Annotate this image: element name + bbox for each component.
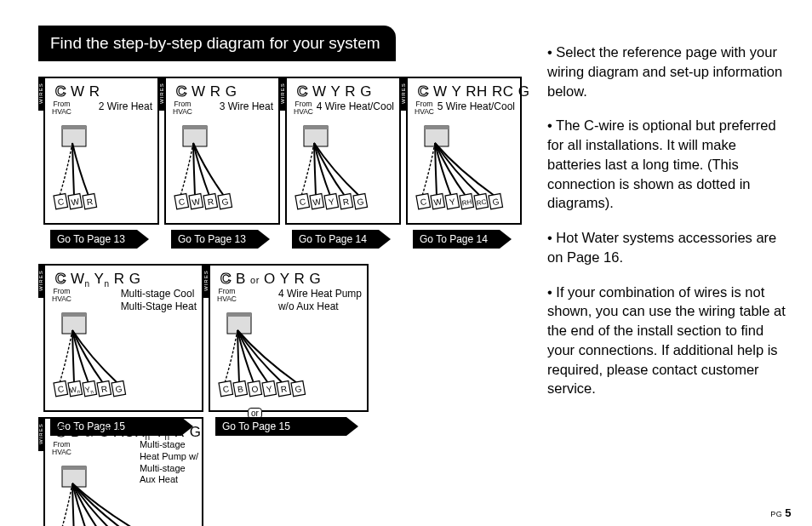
wiring-diagram-card: WIRESC W Y R GFromHVAC4 Wire Heat/CoolCW… <box>285 77 401 225</box>
svg-rect-45 <box>62 313 86 317</box>
from-hvac-label: FromHVAC <box>217 288 237 303</box>
from-hvac-label: FromHVAC <box>52 441 71 456</box>
svg-rect-57 <box>227 313 251 317</box>
terminal-letters: C W R <box>55 83 152 100</box>
svg-rect-1 <box>62 126 86 129</box>
system-description: 3 Wire Heat <box>220 100 273 113</box>
terminal-letters: C Wn Yn R G <box>55 271 197 289</box>
terminal-letters: C B or O Y R G <box>220 271 362 288</box>
goto-page-arrow: Go To Page 15 <box>215 417 346 436</box>
wiring-diagram-card: WIRESC W RFromHVAC2 Wire HeatCWRGo To Pa… <box>43 77 159 225</box>
bullet: • Hot Water systems accessories are on P… <box>547 228 790 267</box>
diagram-row-1: WIRESC W RFromHVAC2 Wire HeatCWRGo To Pa… <box>43 77 532 225</box>
wiring-diagram-card: WIRESC B or O AUXn Yn R GFromHVACMulti-s… <box>43 417 203 526</box>
wires-side-label: WIRES <box>38 417 45 451</box>
svg-rect-71 <box>62 466 86 470</box>
bullet: • The C-wire is optional but preferred f… <box>547 116 790 213</box>
wiring-icon: CBOWnYnRG <box>50 461 197 526</box>
from-hvac-label: FromHVAC <box>52 288 71 303</box>
terminal-letters: C W Y R G <box>297 83 394 100</box>
wires-side-label: WIRES <box>38 77 45 111</box>
wiring-icon: CWnYnRG <box>50 308 197 402</box>
terminal-letters: C W R G <box>176 83 273 100</box>
from-hvac-label: FromHVAC <box>415 100 434 116</box>
system-description: 5 Wire Heat/Cool <box>437 100 515 113</box>
goto-page-arrow: Go To Page 13 <box>171 230 258 249</box>
wiring-diagram-card: WIRESC W R GFromHVAC3 Wire HeatCWRGGo To… <box>164 77 280 225</box>
wiring-icon: CWYRHRCG <box>413 121 515 214</box>
system-description: 4 Wire Heat/Cool <box>317 100 394 113</box>
diagram-row-2: WIRESC Wn Yn R GFromHVACMulti-stage Cool… <box>43 264 532 526</box>
wires-side-label: WIRES <box>280 77 287 111</box>
wires-side-label: WIRES <box>401 77 408 111</box>
wiring-icon: CWRG <box>171 121 273 214</box>
page-number: PG 5 <box>770 506 792 519</box>
wires-side-label: WIRES <box>203 264 210 298</box>
instructions-text: • Select the reference page with your wi… <box>547 26 795 526</box>
bullet: • Select the reference page with your wi… <box>547 43 790 100</box>
from-hvac-label: FromHVAC <box>52 100 71 116</box>
goto-page-arrow: Go To Page 13 <box>50 230 137 249</box>
diagram-selector: Find the step-by-step diagram for your s… <box>38 26 532 526</box>
bullet: • If your combination of wires is not sh… <box>547 283 790 399</box>
terminal-letters: C W Y RH RC G <box>418 83 515 100</box>
wires-side-label: WIRES <box>159 77 166 111</box>
goto-page-arrow: Go To Page 14 <box>292 230 379 249</box>
svg-rect-9 <box>183 126 207 129</box>
svg-rect-19 <box>304 126 328 129</box>
goto-page-arrow: Go To Page 14 <box>413 230 500 249</box>
wiring-diagram-card: WIRESC Wn Yn R GFromHVACMulti-stage Cool… <box>43 264 203 412</box>
svg-rect-31 <box>425 126 449 129</box>
wiring-icon: CWYRG <box>292 121 394 214</box>
wiring-icon: CWR <box>50 121 152 214</box>
from-hvac-label: FromHVAC <box>173 100 192 116</box>
from-hvac-label: FromHVAC <box>294 100 313 116</box>
wiring-diagram-card: WIRESC W Y RH RC GFromHVAC5 Wire Heat/Co… <box>406 77 522 225</box>
system-description: 2 Wire Heat <box>99 100 152 113</box>
wires-side-label: WIRES <box>38 264 45 298</box>
section-title: Find the step-by-step diagram for your s… <box>38 26 396 61</box>
wiring-diagram-card: WIRESC B or O Y R GFromHVAC4 Wire Heat P… <box>209 264 369 412</box>
wiring-icon: CBOYRG <box>215 308 362 402</box>
